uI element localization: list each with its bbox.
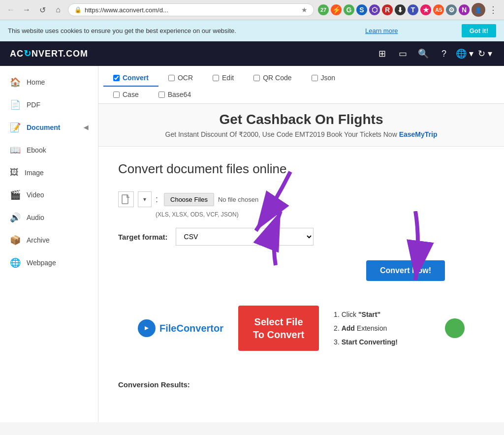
lock-icon: 🔒 <box>74 6 82 13</box>
ebook-icon: 📖 <box>10 145 21 155</box>
file-type-dropdown[interactable]: ▾ <box>138 191 152 207</box>
webpage-icon: 🌐 <box>10 257 21 268</box>
menu-button[interactable]: ⋮ <box>487 4 499 16</box>
conversion-results-label: Conversion Results: <box>98 375 504 399</box>
sidebar-item-archive-label: Archive <box>27 236 50 244</box>
tab-convert-label: Convert <box>123 74 149 82</box>
sidebar-item-document-label: Document <box>27 124 60 131</box>
site-logo: AC↻NVERT.COM <box>10 48 88 59</box>
site-header: AC↻NVERT.COM ⊞ ▭ 🔍 ? 🌐 ▾ ↻ ▾ <box>0 41 504 66</box>
address-bar[interactable]: 🔒 https://www.aconvert.com/d... ★ <box>68 3 314 16</box>
audio-icon: 🔊 <box>10 212 21 223</box>
converter-heading: Convert document files online <box>118 161 484 177</box>
ext-7[interactable]: ⬇ <box>395 4 406 15</box>
ext-1[interactable]: 27 <box>318 4 329 15</box>
url-text: https://www.aconvert.com/d... <box>85 6 298 14</box>
convert-now-button[interactable]: Convert Now! <box>366 260 445 281</box>
ext-11[interactable]: ⚙ <box>446 4 457 15</box>
colon-separator: : <box>156 194 158 205</box>
sidebar-item-home[interactable]: 🏠 Home <box>0 71 98 93</box>
reload-button[interactable]: ↺ <box>36 4 48 16</box>
tab-bar: Convert OCR Edit QR Code Json Ca <box>98 66 504 104</box>
file-input-row: ▾ : Choose Files No file chosen <box>118 191 484 207</box>
converter-section: Convert document files online ▾ : Choose… <box>98 147 504 375</box>
grid-icon-button[interactable]: ⊞ <box>373 45 391 62</box>
home-icon: 🏠 <box>10 77 21 88</box>
sidebar-item-image[interactable]: 🖼 Image <box>0 161 98 184</box>
sidebar-item-ebook-label: Ebook <box>27 146 46 154</box>
choose-files-button[interactable]: Choose Files <box>164 193 214 206</box>
ad-title: Get Cashback On Flights <box>113 112 489 127</box>
cookie-text: This website uses cookies to ensure you … <box>8 27 236 34</box>
fc-icon <box>138 319 156 337</box>
tab-case[interactable]: Case <box>103 87 149 103</box>
ext-3[interactable]: G <box>344 4 354 15</box>
sidebar-item-audio[interactable]: 🔊 Audio <box>0 206 98 229</box>
tab-ocr-checkbox[interactable] <box>168 75 175 81</box>
ad-banner: Get Cashback On Flights Get Instant Disc… <box>98 104 504 147</box>
fc-logo-text: FileConvertor <box>159 323 223 334</box>
cookie-accept-button[interactable]: Got it! <box>462 24 496 37</box>
user-avatar[interactable]: 👤 <box>472 3 485 17</box>
browser-chrome: ← → ↺ ⌂ 🔒 https://www.aconvert.com/d... … <box>0 0 504 20</box>
ext-5[interactable]: ⬡ <box>369 4 380 15</box>
step-2: 2. Add Extension <box>334 321 398 335</box>
tab-qrcode-checkbox[interactable] <box>253 75 260 81</box>
tab-base64[interactable]: Base64 <box>149 87 201 103</box>
target-format-row: Target format: CSV XLS XLSX ODS JSON <box>118 228 484 246</box>
main-layout: 🏠 Home 📄 PDF 📝 Document ◀ 📖 Ebook 🖼 Imag… <box>0 66 504 422</box>
bottom-promo: FileConvertor Select File To Convert 1. … <box>118 296 484 361</box>
home-button[interactable]: ⌂ <box>52 4 64 16</box>
forward-button[interactable]: → <box>21 4 32 16</box>
tab-case-checkbox[interactable] <box>113 92 120 98</box>
search-icon-button[interactable]: 🔍 <box>414 45 432 62</box>
image-icon: 🖼 <box>10 167 19 178</box>
sidebar-item-document[interactable]: 📝 Document ◀ <box>0 116 98 139</box>
ext-4[interactable]: S <box>356 4 367 15</box>
logo-rotate: ↻ <box>24 49 32 59</box>
sidebar-item-pdf-label: PDF <box>27 101 40 109</box>
tablet-icon-button[interactable]: ▭ <box>394 45 411 62</box>
cookie-banner: This website uses cookies to ensure you … <box>0 20 504 41</box>
tab-ocr-label: OCR <box>178 74 193 82</box>
tab-qrcode[interactable]: QR Code <box>244 70 301 87</box>
steps-list: 1. Click "Start" 2. Add Extension 3. Sta… <box>334 308 398 349</box>
ext-6[interactable]: R <box>382 4 393 15</box>
no-file-label: No file chosen <box>218 196 258 203</box>
tab-convert-checkbox[interactable] <box>113 75 120 81</box>
ext-9[interactable]: ★ <box>420 4 431 15</box>
tab-edit-checkbox[interactable] <box>213 75 219 81</box>
tab-convert[interactable]: Convert <box>103 70 158 87</box>
back-button[interactable]: ← <box>5 4 17 16</box>
ext-8[interactable]: T <box>408 4 418 15</box>
tab-json[interactable]: Json <box>302 70 346 87</box>
extensions-area: 27 ⚡ G S ⬡ R ⬇ T ★ A5 ⚙ N 👤 ⋮ <box>318 3 499 17</box>
tab-edit[interactable]: Edit <box>203 70 244 87</box>
video-icon: 🎬 <box>10 189 21 200</box>
learn-more-link[interactable]: Learn more <box>365 27 398 34</box>
sidebar-arrow-icon: ◀ <box>84 124 88 131</box>
language-icon-button[interactable]: 🌐 ▾ <box>456 45 473 62</box>
ext-12[interactable]: N <box>459 4 470 15</box>
tab-ocr[interactable]: OCR <box>158 70 203 87</box>
refresh-icon-button[interactable]: ↻ ▾ <box>476 45 494 62</box>
ext-10[interactable]: A5 <box>433 4 444 15</box>
bookmark-icon[interactable]: ★ <box>301 6 308 14</box>
tab-row-2: Case Base64 <box>103 87 499 103</box>
green-circle <box>445 318 465 338</box>
sidebar-item-archive[interactable]: 📦 Archive <box>0 229 98 251</box>
sidebar-item-webpage[interactable]: 🌐 Webpage <box>0 251 98 274</box>
sidebar-item-video[interactable]: 🎬 Video <box>0 184 98 206</box>
step-3: 3. Start Converting! <box>334 335 398 349</box>
format-select[interactable]: CSV XLS XLSX ODS JSON <box>176 228 314 246</box>
content-area: Convert OCR Edit QR Code Json Ca <box>98 66 504 422</box>
ext-2[interactable]: ⚡ <box>331 4 342 15</box>
tab-json-checkbox[interactable] <box>312 75 318 81</box>
sidebar-item-pdf[interactable]: 📄 PDF <box>0 93 98 116</box>
help-icon-button[interactable]: ? <box>435 45 453 62</box>
tab-base64-checkbox[interactable] <box>158 92 165 98</box>
tab-case-label: Case <box>123 91 139 98</box>
ad-subtitle: Get Instant Discount Of ₹2000, Use Code … <box>113 130 489 138</box>
select-file-button[interactable]: Select File To Convert <box>238 306 319 351</box>
sidebar-item-ebook[interactable]: 📖 Ebook <box>0 139 98 161</box>
